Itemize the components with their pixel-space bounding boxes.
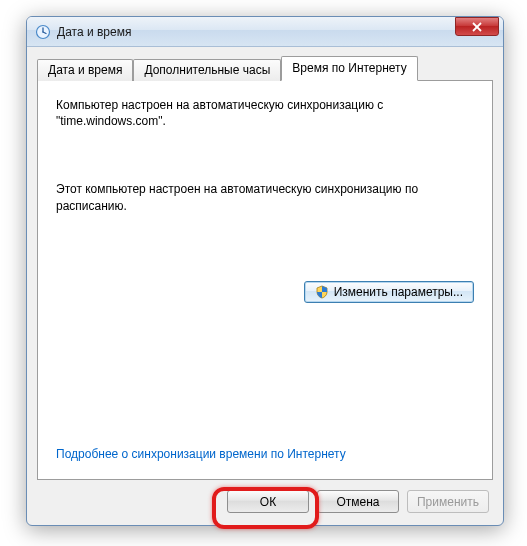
ok-button[interactable]: ОК xyxy=(227,490,309,513)
tab-label: Время по Интернету xyxy=(292,61,406,75)
clock-icon xyxy=(35,24,51,40)
change-settings-label: Изменить параметры... xyxy=(334,285,463,299)
help-link[interactable]: Подробнее о синхронизации времени по Инт… xyxy=(56,447,346,461)
uac-shield-icon xyxy=(315,285,329,299)
window-title: Дата и время xyxy=(57,25,455,39)
client-area: Дата и время Дополнительные часы Время п… xyxy=(27,47,503,525)
tab-label: Дата и время xyxy=(48,63,122,77)
sync-status-text: Компьютер настроен на автоматическую син… xyxy=(56,97,474,129)
tab-internet-time[interactable]: Время по Интернету xyxy=(281,56,417,81)
apply-button[interactable]: Применить xyxy=(407,490,489,513)
dialog-button-row: ОК Отмена Применить xyxy=(37,480,493,515)
cancel-button[interactable]: Отмена xyxy=(317,490,399,513)
change-settings-button[interactable]: Изменить параметры... xyxy=(304,281,474,303)
close-button[interactable] xyxy=(455,17,499,36)
titlebar[interactable]: Дата и время xyxy=(27,17,503,47)
tab-label: Дополнительные часы xyxy=(144,63,270,77)
tab-additional-clocks[interactable]: Дополнительные часы xyxy=(133,59,281,81)
schedule-text: Этот компьютер настроен на автоматическу… xyxy=(56,181,474,213)
tab-strip: Дата и время Дополнительные часы Время п… xyxy=(37,55,493,80)
tab-panel-internet-time: Компьютер настроен на автоматическую син… xyxy=(37,80,493,480)
dialog-window: Дата и время Дата и время Дополнительные… xyxy=(26,16,504,526)
tab-date-time[interactable]: Дата и время xyxy=(37,59,133,81)
close-icon xyxy=(472,22,482,32)
